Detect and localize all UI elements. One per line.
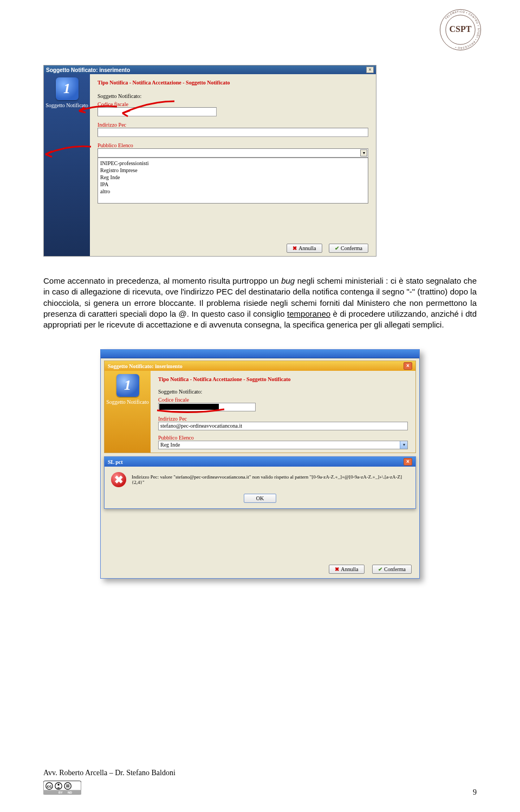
dialog-titlebar: Soggetto Notificato: inserimento × bbox=[44, 66, 376, 74]
body-paragraph: Come accennato in precedenza, al momento… bbox=[43, 276, 477, 330]
svg-text:CSPT: CSPT bbox=[450, 24, 472, 34]
list-item[interactable]: Reg Inde bbox=[100, 174, 366, 181]
authors: Avv. Roberto Arcella – Dr. Stefano Baldo… bbox=[43, 769, 176, 777]
list-item[interactable]: IPA bbox=[100, 181, 366, 188]
step-label: Soggetto Notificato bbox=[106, 399, 150, 405]
form-header: Tipo Notifica - Notifica Accettazione - … bbox=[158, 376, 408, 382]
wizard-sidebar: 1 Soggetto Notificato bbox=[105, 371, 151, 453]
cancel-button[interactable]: ✖Annulla bbox=[329, 565, 364, 574]
screenshot-2: Soggetto Notificato: inserimento × 1 Sog… bbox=[100, 349, 420, 579]
dialog-title: Soggetto Notificato: inserimento bbox=[108, 363, 183, 369]
step-badge: 1 bbox=[116, 374, 139, 397]
svg-rect-13 bbox=[66, 787, 69, 788]
list-item[interactable]: INIPEC-professionisti bbox=[100, 160, 366, 167]
chevron-down-icon[interactable]: ▾ bbox=[400, 441, 407, 449]
svg-point-10 bbox=[57, 784, 59, 785]
pubblico-elenco-listbox[interactable]: INIPEC-professionisti Registro Imprese R… bbox=[98, 158, 368, 204]
svg-text:ND: ND bbox=[68, 791, 72, 794]
red-arrow-annotation bbox=[117, 99, 177, 119]
indirizzo-pec-label: Indirizzo Pec bbox=[98, 122, 368, 128]
svg-rect-12 bbox=[66, 785, 69, 786]
red-arrow-annotation bbox=[41, 143, 93, 160]
error-icon: ✖ bbox=[111, 472, 126, 487]
confirm-button[interactable]: ✔Conferma bbox=[329, 244, 368, 253]
error-dialog: SL pct × ✖ Indirizzo Pec: valore "stefan… bbox=[104, 456, 416, 509]
confirm-button[interactable]: ✔Conferma bbox=[372, 565, 412, 574]
check-icon: ✔ bbox=[335, 245, 339, 251]
codice-fiscale-label: Codice fiscale bbox=[158, 397, 408, 403]
list-item[interactable]: altro bbox=[100, 188, 366, 195]
step-badge: 1 bbox=[56, 77, 79, 100]
page-number: 9 bbox=[473, 788, 477, 797]
red-arrow-annotation bbox=[75, 104, 118, 116]
cancel-button[interactable]: ✖Annulla bbox=[287, 244, 322, 253]
indirizzo-pec-label: Indirizzo Pec bbox=[158, 416, 408, 422]
soggetto-label: Soggetto Notificato: bbox=[158, 389, 408, 395]
close-icon[interactable]: × bbox=[404, 362, 412, 370]
check-icon: ✔ bbox=[378, 566, 382, 572]
pubblico-elenco-select[interactable] bbox=[98, 148, 368, 158]
x-icon: ✖ bbox=[292, 245, 297, 251]
indirizzo-pec-input[interactable]: stefano@pec-ordineavvocatiancona.it bbox=[158, 422, 408, 430]
red-underline-annotation bbox=[156, 407, 226, 415]
pubblico-elenco-select[interactable]: Reg Inde bbox=[158, 441, 408, 449]
wizard-sidebar: 1 Soggetto Notificato bbox=[44, 74, 90, 256]
close-icon[interactable]: × bbox=[366, 67, 374, 73]
list-item[interactable]: Registro Imprese bbox=[100, 167, 366, 174]
indirizzo-pec-input[interactable] bbox=[98, 128, 368, 137]
page-footer: Avv. Roberto Arcella – Dr. Stefano Baldo… bbox=[43, 769, 477, 797]
close-icon[interactable]: × bbox=[404, 458, 412, 466]
dialog-titlebar: Soggetto Notificato: inserimento × bbox=[105, 361, 415, 371]
dialog-title: Soggetto Notificato: inserimento bbox=[46, 67, 130, 73]
error-message: Indirizzo Pec: valore "stefano@pec-ordin… bbox=[132, 474, 409, 485]
chevron-down-icon[interactable]: ▾ bbox=[360, 149, 367, 156]
cspt-logo: CSPT TELEMATICO • CENTRO • STUDI • PROCE… bbox=[439, 8, 482, 51]
soggetto-label: Soggetto Notificato: bbox=[98, 93, 368, 99]
cc-by-nd-badge: cc BY ND bbox=[43, 781, 176, 797]
pubblico-elenco-label: Pubblico Elenco bbox=[158, 435, 408, 441]
svg-text:cc: cc bbox=[47, 784, 52, 789]
ok-button[interactable]: OK bbox=[244, 494, 276, 503]
screenshot-1: Soggetto Notificato: inserimento × 1 Sog… bbox=[43, 65, 376, 257]
error-title: SL pct bbox=[108, 459, 123, 465]
svg-text:BY: BY bbox=[58, 791, 63, 794]
pubblico-elenco-label: Pubblico Elenco bbox=[98, 142, 368, 148]
form-header: Tipo Notifica - Notifica Accettazione - … bbox=[98, 80, 368, 86]
outer-window-bar bbox=[101, 350, 419, 358]
x-icon: ✖ bbox=[335, 566, 339, 572]
